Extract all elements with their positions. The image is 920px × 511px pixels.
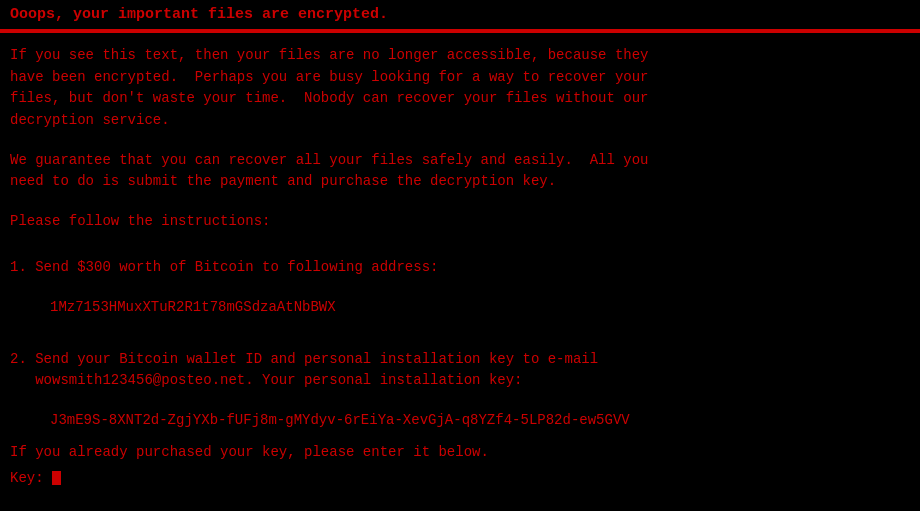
footer-notice-text: If you already purchased your key, pleas… [10,444,489,460]
footer-notice: If you already purchased your key, pleas… [10,442,910,464]
bitcoin-address[interactable]: 1Mz7153HMuxXTuR2R1t78mGSdzaAtNbBWX [50,299,910,315]
encryption-notice-text: If you see this text, then your files ar… [10,47,649,128]
step2: 2. Send your Bitcoin wallet ID and perso… [10,349,910,392]
content-area: If you see this text, then your files ar… [0,33,920,496]
key-entry-row: Key: [10,470,910,486]
step1: 1. Send $300 worth of Bitcoin to followi… [10,257,910,279]
step1-label: 1. Send $300 worth of Bitcoin to followi… [10,259,438,275]
title-text: Ooops, your important files are encrypte… [10,6,388,23]
paragraph-guarantee: We guarantee that you can recover all yo… [10,150,910,193]
ransomware-screen: Ooops, your important files are encrypte… [0,0,920,511]
title-bar: Ooops, your important files are encrypte… [0,0,920,29]
installation-key: J3mE9S-8XNT2d-ZgjYXb-fUFj8m-gMYdyv-6rEiY… [50,412,910,428]
guarantee-text: We guarantee that you can recover all yo… [10,152,649,190]
instructions-header: Please follow the instructions: [10,211,910,233]
step2-label: 2. Send your Bitcoin wallet ID and perso… [10,351,598,389]
instructions-header-text: Please follow the instructions: [10,213,270,229]
key-label: Key: [10,470,44,486]
paragraph-encryption-notice: If you see this text, then your files ar… [10,45,910,132]
cursor-blink [52,471,61,485]
